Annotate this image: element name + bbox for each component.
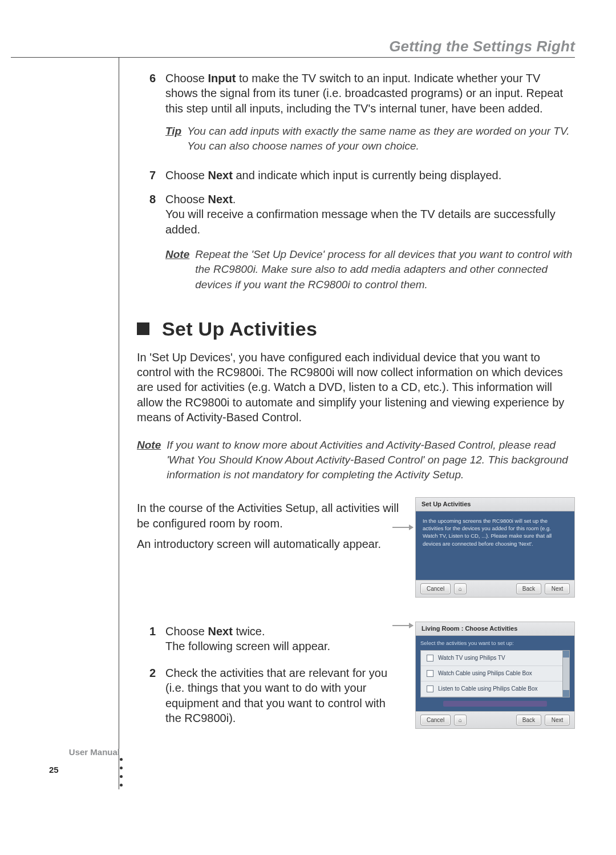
screenshot-subtitle: Select the activities you want to set up… bbox=[420, 639, 570, 647]
step-extra: You will receive a confirmation message … bbox=[165, 207, 575, 237]
step-text: Choose Next. You will receive a confirma… bbox=[165, 192, 575, 237]
screenshot-footer: Cancel ⌂ Back Next bbox=[416, 711, 574, 728]
divider bbox=[11, 57, 575, 58]
tip-callout: Tip You can add inputs with exactly the … bbox=[137, 124, 575, 154]
step-7: 7 Choose Next and indicate which input i… bbox=[137, 168, 575, 183]
screenshot-title: Set Up Activities bbox=[416, 498, 574, 511]
list-item-label: Listen to Cable using Philips Cable Box bbox=[438, 685, 538, 693]
section-heading: Getting the Settings Right bbox=[389, 38, 575, 55]
step-text: Check the activities that are relevant f… bbox=[165, 666, 402, 726]
t: Choose bbox=[165, 625, 208, 638]
t: Next bbox=[208, 169, 233, 182]
next-button[interactable]: Next bbox=[545, 583, 570, 594]
list-item[interactable]: Listen to Cable using Philips Cable Box bbox=[421, 681, 569, 697]
step-number: 1 bbox=[137, 624, 165, 654]
list-item[interactable]: Watch Cable using Philips Cable Box bbox=[421, 666, 569, 681]
t: twice. bbox=[233, 625, 265, 638]
t: Check the activities that are relevant f… bbox=[165, 667, 387, 724]
step-number: 8 bbox=[137, 192, 165, 237]
t: Next bbox=[208, 625, 233, 638]
step-number: 2 bbox=[137, 666, 165, 726]
checkbox-icon[interactable] bbox=[427, 655, 433, 662]
next-button[interactable]: Next bbox=[545, 715, 570, 725]
list-item[interactable]: Watch TV using Philips TV bbox=[421, 651, 569, 666]
arrow-icon bbox=[392, 527, 413, 528]
back-button[interactable]: Back bbox=[516, 715, 541, 725]
heading-row: Set Up Activities bbox=[137, 316, 575, 342]
intro-paragraph: In 'Set Up Devices', you have configured… bbox=[137, 350, 575, 425]
tip-text: You can add inputs with exactly the same… bbox=[187, 124, 575, 154]
scroll-down-icon[interactable] bbox=[563, 690, 569, 697]
note-label: Note bbox=[137, 438, 161, 483]
tip-label: Tip bbox=[165, 124, 181, 154]
home-button[interactable]: ⌂ bbox=[454, 583, 467, 594]
scroll-up-icon[interactable] bbox=[563, 651, 569, 658]
step-text: Choose Next and indicate which input is … bbox=[165, 168, 575, 183]
list-item-label: Watch TV using Philips TV bbox=[438, 654, 505, 662]
paragraph: An introductory screen will automaticall… bbox=[137, 537, 402, 551]
step-2: 2 Check the activities that are relevant… bbox=[137, 666, 402, 726]
t: Choose bbox=[165, 72, 208, 84]
footer-label: User Manual bbox=[54, 747, 120, 757]
list-item-label: Watch Cable using Philips Cable Box bbox=[438, 670, 532, 677]
square-bullet-icon bbox=[137, 322, 149, 335]
step-number: 7 bbox=[137, 168, 165, 183]
dotted-ornament bbox=[119, 758, 123, 792]
home-button[interactable]: ⌂ bbox=[454, 715, 467, 725]
note-text: If you want to know more about Activitie… bbox=[167, 438, 575, 483]
step-text: Choose Next twice. The following screen … bbox=[165, 624, 402, 654]
t: . bbox=[233, 193, 236, 205]
paragraph: In the course of the Activities Setup, a… bbox=[137, 501, 402, 531]
screenshot-footer: Cancel ⌂ Back Next bbox=[416, 580, 574, 597]
main-content: 6 Choose Input to make the TV switch to … bbox=[137, 68, 575, 729]
t: Input bbox=[208, 72, 236, 84]
screenshot-title: Living Room : Choose Activities bbox=[416, 622, 574, 636]
page-number: 25 bbox=[49, 765, 59, 775]
margin-rule bbox=[119, 57, 119, 789]
screenshot-choose-activities: Living Room : Choose Activities Select t… bbox=[415, 622, 575, 729]
note-callout: Note Repeat the 'Set Up Device' process … bbox=[137, 247, 575, 292]
cancel-button[interactable]: Cancel bbox=[420, 715, 451, 725]
t: Next bbox=[208, 193, 233, 205]
arrow-icon bbox=[392, 625, 413, 626]
checkbox-icon[interactable] bbox=[427, 685, 433, 692]
activity-list: Watch TV using Philips TV Watch Cable us… bbox=[420, 650, 570, 697]
note-label: Note bbox=[165, 247, 189, 292]
progress-bar bbox=[443, 701, 547, 707]
note-text: Repeat the 'Set Up Device' process for a… bbox=[195, 247, 575, 292]
step-8: 8 Choose Next. You will receive a confir… bbox=[137, 192, 575, 237]
screenshot-setup-activities: Set Up Activities In the upcoming screen… bbox=[415, 497, 575, 598]
step-6: 6 Choose Input to make the TV switch to … bbox=[137, 71, 575, 116]
step-extra: The following screen will appear. bbox=[165, 639, 402, 654]
step-number: 6 bbox=[137, 71, 165, 116]
checkbox-icon[interactable] bbox=[427, 670, 433, 677]
cancel-button[interactable]: Cancel bbox=[420, 583, 451, 594]
step-1: 1 Choose Next twice. The following scree… bbox=[137, 624, 402, 654]
heading-set-up-activities: Set Up Activities bbox=[162, 316, 317, 342]
step-text: Choose Input to make the TV switch to an… bbox=[165, 71, 575, 116]
scrollbar[interactable] bbox=[562, 651, 569, 697]
t: and indicate which input is currently be… bbox=[233, 169, 501, 182]
back-button[interactable]: Back bbox=[516, 583, 541, 594]
screenshot-body: In the upcoming screens the RC9800i will… bbox=[416, 511, 574, 580]
t: Choose bbox=[165, 169, 208, 182]
note-callout: Note If you want to know more about Acti… bbox=[137, 438, 575, 483]
t: Choose bbox=[165, 193, 208, 205]
